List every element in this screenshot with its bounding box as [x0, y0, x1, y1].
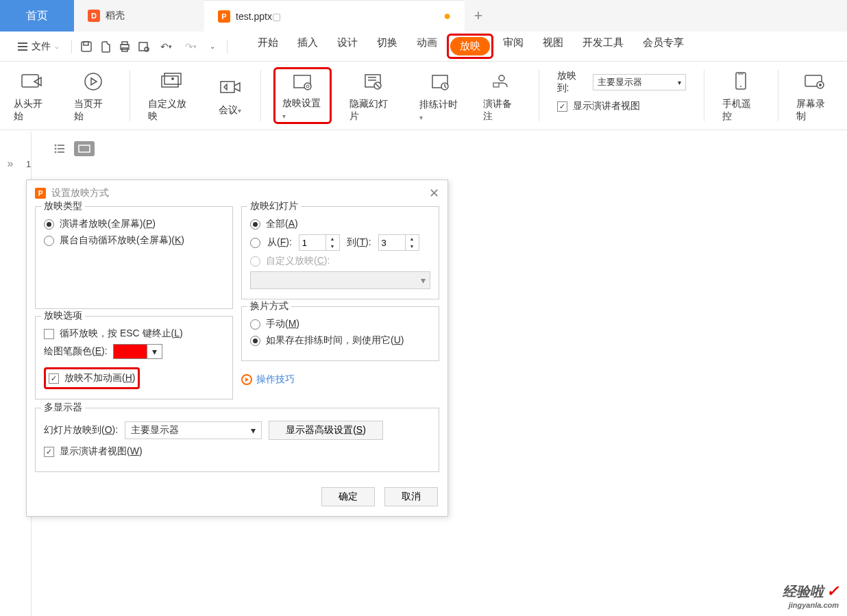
advanced-settings-button[interactable]: 显示器高级设置(S): [269, 421, 383, 440]
radio-timings-label: 如果存在排练时间，则使用它(U): [266, 334, 404, 347]
undo-icon[interactable]: ↶ ▾: [156, 39, 176, 54]
ppt-icon: P: [218, 10, 230, 23]
slideshow-settings-dialog: P 设置放映方式 ✕ 放映类型 演讲者放映(全屏幕)(P) 展台自动循环放映(全…: [26, 180, 448, 517]
thumbnail-view-button[interactable]: [74, 141, 95, 156]
ribbon-from-start[interactable]: 从头开始: [8, 67, 56, 124]
tab-member[interactable]: 会员专享: [633, 34, 693, 59]
svg-point-25: [499, 75, 504, 81]
hide-slide-icon: [360, 69, 385, 94]
tab-design[interactable]: 设计: [328, 34, 367, 59]
tab-shell[interactable]: D 稻壳: [74, 0, 204, 32]
cancel-button[interactable]: 取消: [384, 487, 438, 506]
ribbon-current[interactable]: 当页开始: [69, 67, 116, 124]
tab-insert[interactable]: 插入: [288, 34, 328, 59]
legend: 放映选项: [41, 310, 85, 322]
radio-manual[interactable]: [250, 319, 260, 330]
ribbon-phone[interactable]: 手机遥控: [717, 67, 765, 124]
label: 放映设置▾: [282, 97, 323, 121]
tab-document[interactable]: P test.pptx ▢ ●: [204, 0, 465, 32]
ribbon-hide[interactable]: 隐藏幻灯片: [344, 67, 402, 124]
dialog-buttons: 确定 取消: [27, 480, 447, 516]
color-swatch: [113, 344, 147, 359]
tab-view[interactable]: 视图: [533, 34, 573, 59]
save-icon[interactable]: [79, 39, 94, 54]
preview-icon[interactable]: [136, 39, 151, 54]
tab-transition[interactable]: 切换: [367, 34, 407, 59]
radio-all[interactable]: [250, 219, 260, 230]
ribbon-rehearse[interactable]: 排练计时▾: [414, 67, 465, 124]
collapse-panel[interactable]: »: [0, 130, 21, 616]
tab-start[interactable]: 开始: [248, 34, 288, 59]
legend: 多显示器: [41, 402, 85, 414]
slide-num-1[interactable]: 1: [26, 159, 31, 169]
radio-custom-label: 自定义放映(C):: [266, 255, 330, 267]
svg-rect-26: [493, 83, 499, 87]
print-icon[interactable]: [117, 39, 132, 54]
meeting-icon: [218, 75, 243, 100]
tips-link[interactable]: 操作技巧: [241, 373, 439, 386]
svg-rect-3: [122, 42, 127, 45]
show-slides-fieldset: 放映幻灯片 全部(A) 从(F): ▴▾ 到(T): ▴▾ 自定义放映(C): …: [241, 206, 439, 299]
label: 隐藏幻灯片: [349, 98, 396, 123]
svg-point-8: [85, 73, 101, 90]
ribbon-tabs: 开始 插入 设计 切换 动画 放映 审阅 视图 开发工具 会员专享: [248, 34, 693, 59]
tab-slideshow[interactable]: 放映: [450, 37, 490, 56]
to-spinner[interactable]: ▴▾: [378, 234, 419, 251]
tab-animation[interactable]: 动画: [407, 34, 447, 59]
checkbox-no-animation[interactable]: [49, 373, 59, 384]
output-to-label: 幻灯片放映到(O):: [44, 424, 118, 436]
tab-doc-label: test.pptx: [236, 11, 272, 22]
radio-kiosk[interactable]: [44, 236, 54, 246]
ribbon-monitor-group: 放映到: 主要显示器▾ 显示演讲者视图: [552, 67, 692, 124]
chevron-down-icon[interactable]: ▾: [147, 344, 162, 359]
radio-from[interactable]: [250, 238, 260, 248]
dialog-titlebar: P 设置放映方式 ✕: [27, 180, 447, 206]
pen-color-picker[interactable]: ▾: [113, 344, 162, 359]
export-icon[interactable]: [98, 39, 113, 54]
ribbon-meeting[interactable]: 会议▾: [212, 67, 248, 124]
redo-icon[interactable]: ↷ ▾: [180, 39, 201, 54]
pen-color-label: 绘图笔颜色(E):: [44, 345, 108, 358]
presenter-view-checkbox[interactable]: [557, 101, 567, 112]
monitor-select[interactable]: 主要显示器▾: [125, 421, 262, 439]
highlight-frame: 放映设置▾: [273, 67, 332, 124]
multi-monitor-fieldset: 多显示器 幻灯片放映到(O): 主要显示器▾ 显示器高级设置(S) 显示演讲者视…: [35, 408, 439, 472]
file-menu[interactable]: 文件 ⌵: [12, 40, 64, 53]
radio-presenter[interactable]: [44, 219, 54, 230]
ribbon-settings[interactable]: 放映设置▾: [277, 71, 328, 121]
tab-review[interactable]: 审阅: [493, 34, 533, 59]
label: 手机遥控: [722, 98, 759, 123]
tab-home[interactable]: 首页: [0, 0, 74, 32]
monitor-select[interactable]: 主要显示器▾: [593, 74, 686, 90]
checkbox-presenter-view[interactable]: [44, 447, 54, 457]
ribbon-record[interactable]: 屏幕录制: [791, 67, 839, 124]
separator: [539, 70, 539, 121]
main-toolbar: 文件 ⌵ ↶ ▾ ↷ ▾ ⌄ 开始 插入 设计 切换 动画 放映 审阅 视图 开…: [0, 32, 847, 62]
title-tabs: 首页 D 稻壳 P test.pptx ▢ ● +: [0, 0, 847, 32]
watermark-text: 经验啦: [783, 584, 824, 599]
svg-rect-0: [82, 42, 91, 51]
show-options-fieldset: 放映选项 循环放映，按 ESC 键终止(L) 绘图笔颜色(E): ▾ 放映不加动…: [35, 316, 233, 399]
play-current-icon: [81, 69, 106, 94]
from-spinner[interactable]: ▴▾: [299, 234, 340, 251]
ok-button[interactable]: 确定: [321, 487, 375, 506]
output-to-label: 放映到:: [557, 70, 587, 95]
unsaved-indicator: ●: [443, 9, 451, 23]
more-icon[interactable]: ⌄: [205, 39, 220, 54]
checkbox-loop[interactable]: [44, 329, 54, 339]
checkbox-presenter-view-label: 显示演讲者视图(W): [60, 445, 143, 458]
svg-point-32: [819, 84, 822, 86]
hamburger-icon: [18, 42, 27, 51]
chevron-down-icon: ⌵: [55, 42, 59, 50]
svg-rect-12: [221, 82, 234, 93]
tab-developer[interactable]: 开发工具: [573, 34, 633, 59]
ribbon-custom[interactable]: 自定义放映: [143, 67, 200, 124]
separator: [71, 40, 72, 53]
radio-timings[interactable]: [250, 336, 260, 346]
ribbon-notes[interactable]: 演讲备注: [478, 67, 526, 124]
tab-new[interactable]: +: [465, 0, 492, 32]
outline-view-button[interactable]: [49, 141, 70, 156]
close-icon[interactable]: ✕: [429, 186, 439, 201]
display-mode-icon[interactable]: ▢: [272, 11, 281, 22]
presenter-view-label: 显示演讲者视图: [573, 100, 640, 112]
